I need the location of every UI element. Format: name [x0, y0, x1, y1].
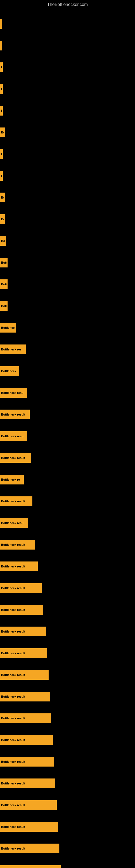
bar-label-30: Bottleneck result: [1, 673, 25, 677]
bar-32: Bottleneck result: [0, 713, 51, 723]
bar-label-19: Bottleneck resu: [1, 435, 24, 438]
bar-23: Bottleneck resu: [0, 518, 28, 528]
bar-row: Bottleneck result: [0, 713, 135, 733]
bar-label-2: E: [1, 66, 2, 69]
bar-row: Bottleneck resu: [0, 431, 135, 450]
bar-label-3: B: [1, 87, 2, 91]
bar-row: E: [0, 106, 135, 125]
bar-35: Bottleneck result: [0, 778, 55, 788]
bar-row: Bottleneck resu: [0, 388, 135, 407]
bar-label-28: Bottleneck result: [1, 630, 25, 633]
bar-row: Bott: [0, 258, 135, 277]
bar-3: B: [0, 84, 3, 94]
bar-20: Bottleneck result: [0, 453, 31, 463]
bar-label-34: Bottleneck result: [1, 760, 25, 763]
bar-10: Bot: [0, 236, 6, 246]
bar-row: Bo: [0, 127, 135, 147]
bar-11: Bott: [0, 258, 8, 268]
bar-label-5: Bo: [1, 131, 4, 134]
bar-label-7: B: [1, 174, 2, 177]
bar-21: Bottleneck re: [0, 475, 24, 485]
bar-25: Bottleneck result: [0, 561, 38, 571]
bar-label-24: Bottleneck result: [1, 543, 25, 546]
bar-label-13: Bott: [1, 304, 6, 308]
bar-row: Bottleneck result: [0, 844, 135, 863]
bar-9: Bo: [0, 214, 5, 224]
bar-row: Bottleneck res: [0, 344, 135, 364]
bar-label-36: Bottleneck result: [1, 803, 25, 807]
bar-row: Bottleneck re: [0, 475, 135, 494]
bar-row: B: [0, 149, 135, 168]
bar-38: Bottleneck result: [0, 844, 59, 854]
bar-12: Bott: [0, 279, 8, 289]
bar-4: E: [0, 106, 3, 116]
bar-label-15: Bottleneck res: [1, 348, 21, 351]
bar-16: Bottleneck: [0, 366, 19, 376]
bar-label-4: E: [1, 109, 2, 112]
bar-row: Bo: [0, 214, 135, 233]
bar-label-9: Bo: [1, 218, 4, 221]
bar-label-29: Bottleneck result: [1, 652, 25, 655]
bar-label-10: Bot: [1, 239, 5, 243]
bar-row: B: [0, 171, 135, 190]
bar-label-35: Bottleneck result: [1, 782, 25, 785]
bar-label-25: Bottleneck result: [1, 565, 25, 568]
site-title: TheBottlenecker.com: [0, 0, 135, 9]
bar-row: Bottleneck result: [0, 822, 135, 841]
bar-row: Bott: [0, 279, 135, 299]
bar-row: |: [0, 41, 135, 60]
bar-17: Bottleneck resu: [0, 388, 27, 398]
bar-row: |: [0, 19, 135, 38]
bar-row: Bottleneck result: [0, 670, 135, 689]
bar-8: Bo: [0, 193, 5, 203]
bar-label-8: Bo: [1, 196, 4, 199]
bar-24: Bottleneck result: [0, 540, 35, 550]
bar-label-11: Bott: [1, 261, 6, 264]
bar-27: Bottleneck result: [0, 605, 43, 615]
bar-row: Bottleneck: [0, 366, 135, 385]
bar-row: Bottleneck result: [0, 778, 135, 798]
bar-39: Bottleneck result: [0, 865, 61, 868]
bar-label-26: Bottleneck result: [1, 586, 25, 590]
bar-row: Bottleneck result: [0, 735, 135, 754]
bar-row: Bottleneck resu: [0, 518, 135, 537]
bar-36: Bottleneck result: [0, 800, 57, 810]
bar-row: Bottleneck result: [0, 692, 135, 711]
bar-29: Bottleneck result: [0, 648, 47, 658]
bar-18: Bottleneck result: [0, 410, 30, 420]
bar-label-38: Bottleneck result: [1, 847, 25, 850]
bar-label-27: Bottleneck result: [1, 608, 25, 611]
bar-row: Bot: [0, 236, 135, 255]
bar-row: Bottleneck result: [0, 583, 135, 602]
bar-row: Bottleneck result: [0, 561, 135, 581]
bar-row: Bottleneck result: [0, 540, 135, 559]
bar-1: |: [0, 41, 2, 51]
bar-label-18: Bottleneck result: [1, 413, 25, 416]
bar-37: Bottleneck result: [0, 822, 58, 832]
bar-label-17: Bottleneck resu: [1, 391, 24, 394]
bar-row: Bott: [0, 301, 135, 320]
bar-34: Bottleneck result: [0, 757, 54, 767]
bar-label-32: Bottleneck result: [1, 717, 25, 720]
bar-33: Bottleneck result: [0, 735, 53, 745]
bar-13: Bott: [0, 301, 8, 311]
bar-label-31: Bottleneck result: [1, 695, 25, 698]
bar-label-37: Bottleneck result: [1, 825, 25, 828]
bar-30: Bottleneck result: [0, 670, 49, 680]
bar-row: Bottleneck result: [0, 757, 135, 776]
bar-19: Bottleneck resu: [0, 431, 27, 441]
bar-row: Bottleneck result: [0, 648, 135, 667]
bar-0: |: [0, 19, 2, 29]
bar-row: B: [0, 84, 135, 103]
bar-row: Bottleneck result: [0, 865, 135, 868]
bar-28: Bottleneck result: [0, 627, 46, 637]
bar-row: Bottleneck result: [0, 453, 135, 472]
bar-5: Bo: [0, 127, 5, 137]
bar-22: Bottleneck result: [0, 496, 32, 506]
bar-row: Bottleneck result: [0, 627, 135, 646]
bar-14: Bottlenec: [0, 323, 16, 333]
bar-label-23: Bottleneck resu: [1, 521, 24, 525]
bar-label-6: B: [1, 152, 2, 156]
bar-row: Bottleneck result: [0, 410, 135, 429]
bar-label-22: Bottleneck result: [1, 500, 25, 503]
